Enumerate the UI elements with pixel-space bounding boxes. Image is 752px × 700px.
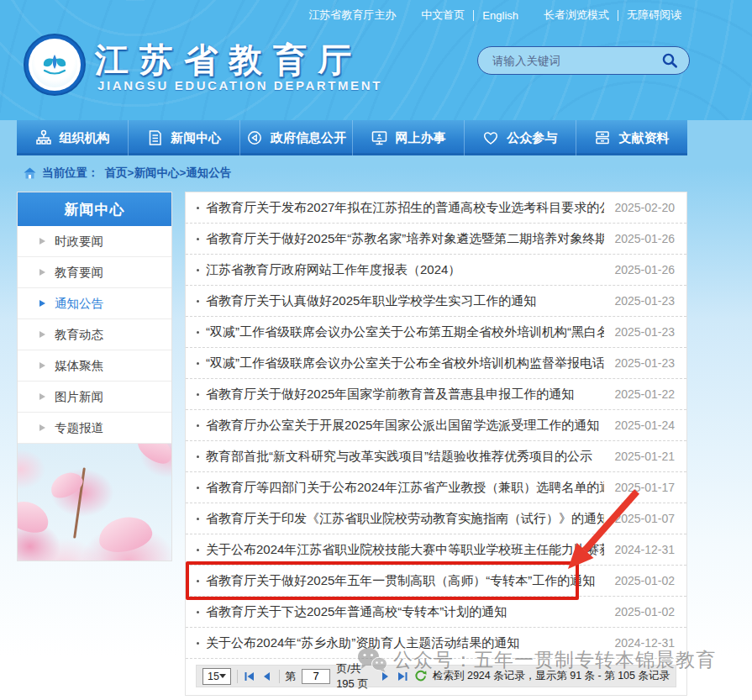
nav-item-news-center[interactable]: 新闻中心 xyxy=(129,120,240,155)
list-item[interactable]: 省教育厅关于下达2025年普通高校“专转本”计划的通知 2025-01-02 xyxy=(186,597,686,628)
list-item[interactable]: 省教育厅关于发布2027年拟在江苏招生的普通高校专业选考科目要求的公告 2025… xyxy=(186,192,686,224)
sidebar-item-notices[interactable]: 通知公告 xyxy=(18,288,171,319)
nav-item-documents[interactable]: 文献资料 xyxy=(576,120,687,155)
news-title[interactable]: 省教育厅关于下达2025年普通高校“专转本”计划的通知 xyxy=(206,604,604,620)
sidebar-item-education-dynamics[interactable]: 教育动态 xyxy=(18,319,171,350)
list-item[interactable]: “双减”工作省级联席会议办公室关于公布全省校外培训机构监督举报电话的公... 2… xyxy=(186,348,686,379)
sidebar-item-education-news[interactable]: 教育要闻 xyxy=(18,257,171,288)
list-item[interactable]: 江苏省教育厅政府网站工作年度报表（2024） 2025-01-26 xyxy=(186,255,686,286)
records-summary: 检索到 2924 条记录，显示第 91 条 - 第 105 条记录 xyxy=(433,669,670,683)
list-item[interactable]: 省教育厅办公室关于开展2025年国家公派出国留学选派受理工作的通知 2025-0… xyxy=(186,410,686,441)
list-item[interactable]: 省教育厅关于认真做好2025年职业学校学生实习工作的通知 2025-01-23 xyxy=(186,286,686,317)
sidebar-item-current-politics[interactable]: 时政要闻 xyxy=(18,226,171,257)
chevron-down-icon xyxy=(219,674,226,678)
sidebar-item-special-reports[interactable]: 专题报道 xyxy=(18,413,171,444)
page-size-value: 15 xyxy=(208,671,219,682)
last-page-button[interactable] xyxy=(397,670,408,683)
sidebar-item-label: 时政要闻 xyxy=(55,234,103,250)
nav-item-label: 网上办事 xyxy=(396,130,446,146)
list-item[interactable]: 省教育厅关于做好2025年国家学前教育普及普惠县申报工作的通知 2025-01-… xyxy=(186,379,686,410)
breadcrumb-path[interactable]: 首页>新闻中心>通知公告 xyxy=(105,166,232,181)
topbar-english-link[interactable]: English xyxy=(482,9,518,22)
search-input[interactable] xyxy=(492,55,660,67)
home-icon[interactable] xyxy=(24,167,36,179)
topbar-elder-mode-link[interactable]: 长者浏览模式 xyxy=(544,8,609,23)
list-item[interactable]: 关于公布2024年“苏乡永助”资助育人主题活动结果的通知 2024-12-31 xyxy=(186,628,686,659)
page-number-input[interactable] xyxy=(302,669,330,684)
bullet-icon xyxy=(197,611,199,613)
news-title[interactable]: 江苏省教育厅政府网站工作年度报表（2024） xyxy=(206,262,604,278)
department-logo xyxy=(24,34,86,96)
news-title[interactable]: 省教育厅关于印发《江苏省职业院校劳动教育实施指南（试行）》的通知 xyxy=(206,511,604,527)
petal-decoration xyxy=(18,496,53,538)
sidebar-item-label: 通知公告 xyxy=(55,296,103,312)
list-item[interactable]: 关于公布2024年江苏省职业院校技能大赛中等职业学校班主任能力比赛获奖... 2… xyxy=(186,534,686,566)
prev-page-button[interactable] xyxy=(261,670,273,683)
topbar: 江苏省教育厅主办 中文首页 English 长者浏览模式 无障碍阅读 xyxy=(308,8,681,23)
list-item[interactable]: 省教育厅等四部门关于公布2024年江苏省产业教授（兼职）选聘名单的通知 2025… xyxy=(186,472,686,503)
list-item[interactable]: 省教育厅关于印发《江苏省职业院校劳动教育实施指南（试行）》的通知 2025-01… xyxy=(186,503,686,534)
nav-item-label: 文献资料 xyxy=(618,130,669,146)
sidebar-item-label: 媒体聚焦 xyxy=(55,358,103,374)
news-title[interactable]: 关于公布2024年“苏乡永助”资助育人主题活动结果的通知 xyxy=(206,635,604,651)
list-item[interactable]: 省教育厅关于做好2025年“苏教名家”培养对象遴选暨第二期培养对象终期... 2… xyxy=(186,224,686,255)
breadcrumb: 当前位置： 首页>新闻中心>通知公告 xyxy=(24,166,231,181)
triangle-icon xyxy=(39,362,45,369)
news-date: 2025-01-22 xyxy=(614,387,675,401)
news-title[interactable]: 省教育厅等四部门关于公布2024年江苏省产业教授（兼职）选聘名单的通知 xyxy=(206,480,604,496)
news-title[interactable]: 关于公布2024年江苏省职业院校技能大赛中等职业学校班主任能力比赛获奖... xyxy=(206,542,604,558)
nav-item-label: 新闻中心 xyxy=(171,130,221,146)
triangle-icon xyxy=(39,393,45,400)
petal-decoration xyxy=(134,444,171,469)
news-date: 2025-01-26 xyxy=(614,263,675,276)
pager-divider xyxy=(237,670,238,683)
nav-item-online-service[interactable]: 网上办事 xyxy=(353,120,465,155)
page-size-select[interactable]: 15 xyxy=(202,668,231,685)
news-date: 2025-01-02 xyxy=(614,605,675,618)
news-title[interactable]: 教育部首批“新文科研究与改革实践项目”结题验收推荐优秀项目的公示 xyxy=(206,449,604,465)
magnolia-decoration-image xyxy=(18,444,171,561)
pagination-bar: 15 第 页/共 195 页 xyxy=(196,665,676,687)
bullet-icon xyxy=(197,300,199,303)
sidebar-item-photo-news[interactable]: 图片新闻 xyxy=(18,382,171,413)
news-title[interactable]: 省教育厅关于做好2025年“苏教名家”培养对象遴选暨第二期培养对象终期... xyxy=(206,231,604,247)
bullet-icon xyxy=(197,455,199,458)
news-title[interactable]: 省教育厅办公室关于开展2025年国家公派出国留学选派受理工作的通知 xyxy=(206,418,604,434)
topbar-separator xyxy=(618,10,618,21)
news-date: 2024-12-31 xyxy=(614,636,675,650)
news-title[interactable]: 省教育厅关于认真做好2025年职业学校学生实习工作的通知 xyxy=(206,293,604,309)
news-title[interactable]: 省教育厅关于发布2027年拟在江苏招生的普通高校专业选考科目要求的公告 xyxy=(206,200,604,216)
news-date: 2025-01-23 xyxy=(614,325,675,339)
news-title[interactable]: 省教育厅关于做好2025年五年一贯制高职（高师）“专转本”工作的通知 xyxy=(206,573,604,589)
first-page-button[interactable] xyxy=(244,670,255,683)
sidebar-item-media-focus[interactable]: 媒体聚焦 xyxy=(18,350,171,382)
sidebar-item-label: 图片新闻 xyxy=(55,389,103,405)
sidebar-title: 新闻中心 xyxy=(18,192,171,226)
news-date: 2025-01-23 xyxy=(614,356,675,370)
nav-item-organization[interactable]: 组织机构 xyxy=(17,120,129,155)
news-title[interactable]: “双减”工作省级联席会议办公室关于公布第五期全省校外培训机构“黑白名单... xyxy=(206,324,604,340)
bullet-icon xyxy=(197,642,199,645)
nav-item-public-participation[interactable]: 公众参与 xyxy=(465,120,576,155)
news-title[interactable]: 省教育厅关于做好2025年国家学前教育普及普惠县申报工作的通知 xyxy=(206,387,604,403)
nav-item-gov-info[interactable]: 政府信息公开 xyxy=(240,120,352,155)
lotus-book-icon xyxy=(38,48,71,82)
next-page-button[interactable] xyxy=(379,670,391,683)
main-nav: 组织机构 新闻中心 政府信息公开 网上办事 xyxy=(17,120,687,155)
topbar-host-link[interactable]: 江苏省教育厅主办 xyxy=(308,8,396,23)
triangle-icon xyxy=(39,424,45,431)
triangle-icon xyxy=(39,300,45,307)
heart-icon xyxy=(482,129,499,146)
pager-divider xyxy=(279,670,280,683)
list-item[interactable]: “双减”工作省级联席会议办公室关于公布第五期全省校外培训机构“黑白名单... 2… xyxy=(186,317,686,348)
topbar-accessibility-link[interactable]: 无障碍阅读 xyxy=(627,8,681,23)
page-label-suffix: 页/共 195 页 xyxy=(336,661,373,692)
refresh-icon[interactable] xyxy=(414,670,427,683)
site-subtitle: JIANGSU EDUCATION DEPARTMENT xyxy=(97,78,382,92)
list-item-highlighted[interactable]: 省教育厅关于做好2025年五年一贯制高职（高师）“专转本”工作的通知 2025-… xyxy=(186,566,686,597)
topbar-chinese-home-link[interactable]: 中文首页 xyxy=(421,8,465,23)
search-icon[interactable] xyxy=(660,51,679,70)
news-title[interactable]: “双减”工作省级联席会议办公室关于公布全省校外培训机构监督举报电话的公... xyxy=(206,355,604,371)
triangle-icon xyxy=(39,331,45,338)
list-item[interactable]: 教育部首批“新文科研究与改革实践项目”结题验收推荐优秀项目的公示 2025-01… xyxy=(186,441,686,472)
